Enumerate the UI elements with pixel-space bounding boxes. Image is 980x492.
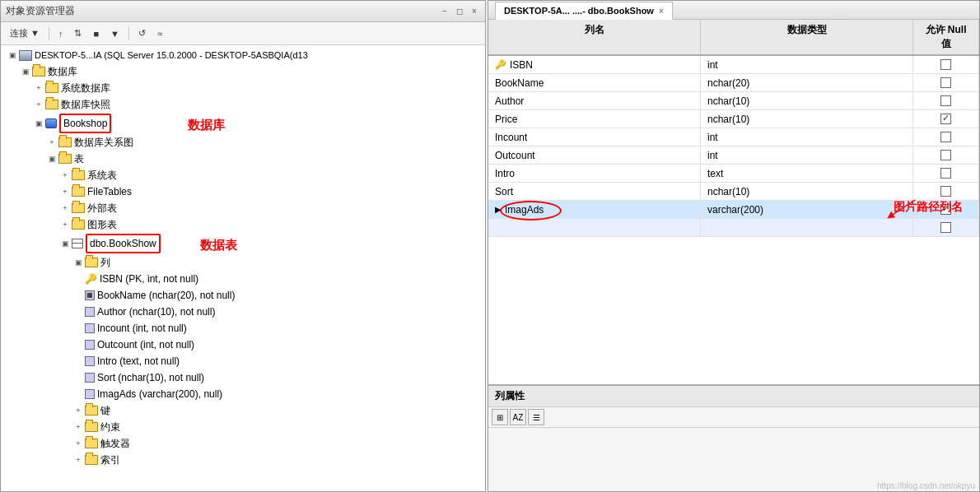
tree-col-sort[interactable]: Sort (nchar(10), not null): [2, 369, 483, 386]
row-price[interactable]: Price nchar(10): [488, 110, 979, 128]
tree-constraints-folder[interactable]: + 约束: [2, 419, 483, 435]
tree-col-outcount[interactable]: Outcount (int, not null): [2, 337, 483, 353]
col-author-label: Author (nchar(10), not null): [97, 304, 215, 319]
tree-exttable-folder[interactable]: + 外部表: [2, 200, 483, 216]
minimize-btn[interactable]: −: [439, 6, 450, 17]
snapshot-label: 数据库快照: [61, 97, 110, 112]
imagads-nullable-cb[interactable]: [940, 204, 951, 215]
expand-columns-icon[interactable]: ▣: [72, 256, 85, 269]
cell-isbn-nullable[interactable]: [913, 56, 979, 73]
isbn-nullable-cb[interactable]: [940, 59, 951, 70]
expand-bookshow-icon[interactable]: ▣: [58, 237, 72, 250]
tree-graphtable-folder[interactable]: + 图形表: [2, 216, 483, 233]
cell-bookname-nullable[interactable]: [913, 74, 979, 91]
tree-systable-folder[interactable]: + 系统表: [2, 167, 483, 183]
tab-bar: DESKTOP-5A... ....- dbo.BookShow ×: [488, 1, 979, 20]
row-incount[interactable]: Incount int: [488, 128, 979, 146]
tree-col-bookname[interactable]: ▦ BookName (nchar(20), not null): [2, 287, 483, 304]
outcount-nullable-cb[interactable]: [940, 150, 951, 160]
price-nullable-cb[interactable]: [940, 114, 951, 124]
toolbar-btn-1[interactable]: ↑: [54, 26, 68, 41]
cell-price-nullable[interactable]: [913, 110, 979, 128]
expand-bookshop-icon[interactable]: ▣: [32, 117, 45, 130]
expand-constraints-icon[interactable]: +: [72, 420, 85, 434]
bookname-nullable-cb[interactable]: [940, 77, 951, 88]
prop-btn-3[interactable]: ☰: [528, 409, 544, 425]
expand-tables-icon[interactable]: ▣: [45, 152, 58, 165]
row-empty[interactable]: [488, 219, 979, 237]
expand-snapshot-icon[interactable]: +: [32, 98, 45, 111]
filter-btn[interactable]: ≈: [153, 26, 166, 41]
tree-bookshop-db[interactable]: ▣ Bookshop: [2, 113, 483, 134]
tree-col-incount[interactable]: Incount (int, not null): [2, 320, 483, 337]
folder-icon-systable: [72, 170, 85, 180]
intro-nullable-cb[interactable]: [940, 168, 951, 179]
expand-filetables-icon[interactable]: +: [58, 185, 72, 198]
tree-col-intro[interactable]: Intro (text, not null): [2, 353, 483, 369]
tree-col-imagads[interactable]: ImagAds (varchar(200), null): [2, 386, 483, 402]
expand-triggers-icon[interactable]: +: [72, 437, 85, 450]
cell-outcount-nullable[interactable]: [913, 146, 979, 164]
separator-2: [128, 27, 129, 40]
row-imagads[interactable]: ▶ ImagAds varchar(200): [488, 201, 979, 219]
col-icon-imagads: [85, 389, 95, 399]
expand-diagram-icon[interactable]: +: [45, 136, 58, 149]
tree-tables-folder[interactable]: ▣ 表: [2, 151, 483, 167]
expand-indexes-icon[interactable]: +: [72, 453, 85, 466]
folder-icon-constraints: [85, 422, 98, 432]
toolbar-btn-2[interactable]: ⇅: [70, 26, 86, 41]
prop-btn-1[interactable]: ⊞: [492, 409, 508, 425]
empty-nullable-cb[interactable]: [940, 222, 951, 233]
expand-db-folder-icon[interactable]: ▣: [19, 65, 32, 78]
tab-bookshow[interactable]: DESKTOP-5A... ....- dbo.BookShow ×: [495, 2, 673, 20]
cell-imagads-nullable[interactable]: [913, 201, 979, 218]
expand-systable-icon[interactable]: +: [58, 169, 72, 182]
author-nullable-cb[interactable]: [940, 95, 951, 106]
col-icon-author: [85, 307, 95, 317]
tree-triggers-folder[interactable]: + 触发器: [2, 435, 483, 452]
toolbar-btn-3[interactable]: ■: [89, 26, 103, 41]
tree-system-db-folder[interactable]: + 系统数据库: [2, 80, 483, 96]
connect-btn[interactable]: 连接 ▼: [6, 25, 44, 42]
cell-sort-nullable[interactable]: [913, 183, 979, 200]
tree-filetables-folder[interactable]: + FileTables: [2, 183, 483, 200]
refresh-btn[interactable]: ↺: [134, 26, 150, 41]
expand-graphtable-icon[interactable]: +: [58, 218, 72, 231]
pin-btn[interactable]: ◻: [454, 6, 465, 17]
tree-columns-folder[interactable]: ▣ 列: [2, 254, 483, 271]
cell-empty-nullable[interactable]: [913, 219, 979, 236]
tree-bookshow-table[interactable]: ▣ dbo.BookShow: [2, 233, 483, 254]
toolbar-btn-4[interactable]: ▼: [106, 26, 124, 41]
close-btn[interactable]: ×: [469, 6, 480, 17]
incount-nullable-cb[interactable]: [940, 132, 951, 142]
row-bookname[interactable]: BookName nchar(20): [488, 74, 979, 92]
tree-keys-folder[interactable]: + 键: [2, 402, 483, 419]
row-intro[interactable]: Intro text: [488, 165, 979, 183]
cell-incount-nullable[interactable]: [913, 128, 979, 146]
tree-server-node[interactable]: ▣ DESKTOP-5...IA (SQL Server 15.0.2000 -…: [2, 47, 483, 63]
constraints-label: 约束: [100, 420, 120, 434]
expand-sysdb-icon[interactable]: +: [32, 81, 45, 95]
row-author[interactable]: Author nchar(10): [488, 92, 979, 110]
cell-incount-type: int: [701, 128, 913, 146]
expand-server-icon[interactable]: ▣: [6, 49, 19, 62]
expand-keys-icon[interactable]: +: [72, 404, 85, 417]
prop-btn-2[interactable]: AZ: [510, 409, 526, 425]
tree-col-author[interactable]: Author (nchar(10), not null): [2, 304, 483, 320]
header-nullable: 允许 Null 值: [913, 20, 979, 54]
tree-dbdiagram-folder[interactable]: + 数据库关系图: [2, 134, 483, 151]
tree-container[interactable]: ▣ DESKTOP-5...IA (SQL Server 15.0.2000 -…: [1, 45, 485, 491]
expand-exttable-icon[interactable]: +: [58, 202, 72, 215]
cell-author-nullable[interactable]: [913, 92, 979, 109]
row-isbn[interactable]: 🔑 ISBN int: [488, 56, 979, 74]
tree-indexes-folder[interactable]: + 索引: [2, 452, 483, 468]
row-outcount[interactable]: Outcount int: [488, 146, 979, 165]
tree-databases-folder[interactable]: ▣ 数据库: [2, 63, 483, 80]
tree-dbsnapshot-folder[interactable]: + 数据库快照: [2, 96, 483, 113]
tab-close-icon[interactable]: ×: [659, 7, 664, 16]
cell-intro-nullable[interactable]: [913, 165, 979, 182]
row-sort[interactable]: Sort nchar(10): [488, 183, 979, 201]
tree-col-isbn[interactable]: 🔑 ISBN (PK, int, not null): [2, 271, 483, 287]
sort-nullable-cb[interactable]: [940, 186, 951, 197]
cell-price-type: nchar(10): [701, 110, 913, 128]
